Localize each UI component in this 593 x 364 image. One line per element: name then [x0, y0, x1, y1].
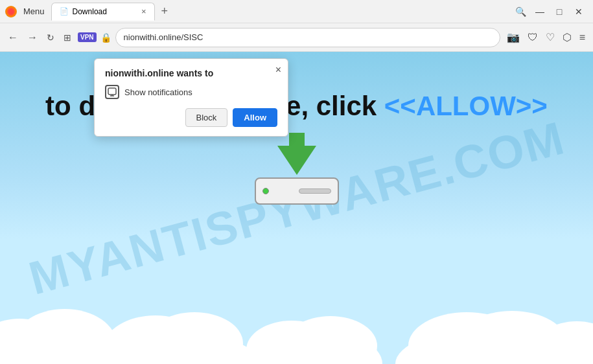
- reload-button[interactable]: ↻: [44, 30, 57, 45]
- browser-frame: Menu 📄 Download × + 🔍 — □ ✕ ← → ↻ ⊞ VPN …: [0, 0, 593, 364]
- svg-rect-15: [108, 88, 116, 95]
- grid-button[interactable]: ⊞: [61, 30, 74, 45]
- disk-slot-icon: [299, 188, 331, 194]
- permission-label: Show notifications: [124, 87, 192, 97]
- heart-icon-button[interactable]: ♡: [543, 28, 557, 46]
- clouds-decoration: [0, 273, 593, 364]
- tab-title: Download: [73, 7, 107, 16]
- new-tab-button[interactable]: +: [157, 5, 172, 18]
- title-bar: Menu 📄 Download × + 🔍 — □ ✕: [0, 0, 593, 23]
- camera-icon-button[interactable]: 📷: [504, 28, 522, 46]
- forward-button[interactable]: →: [25, 29, 40, 46]
- vpn-badge[interactable]: VPN: [78, 32, 97, 42]
- notification-popup: × nionwithi.online wants to Show notific…: [94, 58, 288, 137]
- lock-icon: 🔒: [100, 32, 111, 43]
- disk-drive-icon: [255, 177, 339, 205]
- address-bar: ← → ↻ ⊞ VPN 🔒 nionwithi.online/SISC 📷 🛡 …: [0, 23, 593, 52]
- main-text-highlight: <<ALLOW>>: [384, 91, 548, 121]
- opera-logo: [5, 6, 17, 17]
- toolbar-icons: 📷 🛡 ♡ ⬡ ≡: [504, 28, 588, 46]
- page-main-text: to download the file, click <<ALLOW>>: [0, 91, 593, 122]
- close-button[interactable]: ✕: [570, 3, 588, 21]
- permission-icon: [105, 85, 119, 99]
- back-button[interactable]: ←: [5, 29, 21, 46]
- download-graphic: [255, 146, 339, 205]
- url-text: nionwithi.online/SISC: [124, 32, 203, 42]
- disk-led-icon: [262, 188, 269, 194]
- clouds-svg: [0, 273, 593, 364]
- menu-button[interactable]: Menu: [21, 5, 47, 17]
- menu-label: Menu: [23, 6, 45, 16]
- shield-icon-button[interactable]: 🛡: [525, 29, 541, 46]
- maximize-button[interactable]: □: [550, 3, 568, 21]
- tab-favicon: 📄: [60, 7, 69, 16]
- active-tab[interactable]: 📄 Download ×: [51, 3, 155, 21]
- url-bar[interactable]: nionwithi.online/SISC: [115, 28, 500, 47]
- popup-title: nionwithi.online wants to: [105, 68, 277, 78]
- extensions-icon-button[interactable]: ⬡: [560, 28, 574, 46]
- popup-close-button[interactable]: ×: [275, 64, 281, 76]
- tab-bar: 📄 Download × +: [51, 3, 507, 21]
- download-arrow-icon: [277, 146, 316, 175]
- window-controls: 🔍 — □ ✕: [511, 3, 588, 21]
- sidebar-toggle-button[interactable]: ≡: [577, 29, 588, 46]
- tab-close-button[interactable]: ×: [141, 6, 146, 16]
- minimize-button[interactable]: —: [531, 3, 549, 21]
- popup-buttons: Block Allow: [105, 108, 277, 127]
- search-window-button[interactable]: 🔍: [511, 3, 529, 21]
- allow-button[interactable]: Allow: [233, 108, 277, 127]
- block-button[interactable]: Block: [185, 108, 228, 127]
- popup-permission-row: Show notifications: [105, 85, 277, 99]
- page-content: MYANTISPYWARE.COM to download the file, …: [0, 52, 593, 364]
